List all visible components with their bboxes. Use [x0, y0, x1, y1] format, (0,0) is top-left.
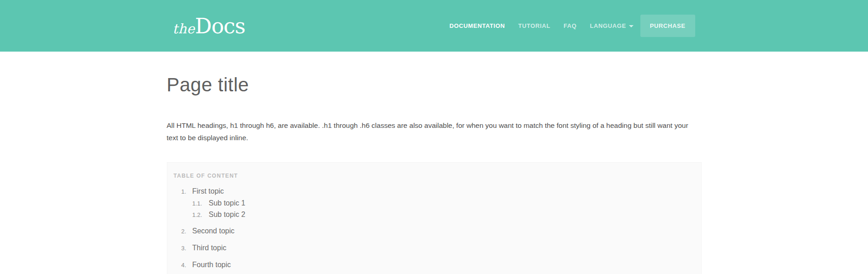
- nav-item-language-label: LANGUAGE: [590, 22, 626, 29]
- toc-item-label: Third topic: [192, 243, 227, 252]
- toc-item-number: 1.: [181, 187, 188, 196]
- toc-item-label: Sub topic 2: [209, 211, 245, 218]
- page-title: Page title: [167, 74, 702, 95]
- toc-list: 1. First topic 1.1. Sub topic 1 1.2. Sub…: [174, 187, 692, 269]
- nav-item-documentation[interactable]: DOCUMENTATION: [449, 22, 505, 29]
- toc-item-number: 2.: [181, 227, 188, 236]
- table-of-content-panel: TABLE OF CONTENT 1. First topic 1.1. Sub…: [167, 162, 702, 274]
- toc-item-second-topic[interactable]: 2. Second topic: [174, 227, 692, 236]
- toc-item-number: 1.1.: [192, 200, 204, 207]
- toc-item-label: Fourth topic: [192, 260, 231, 269]
- toc-item-fourth-topic[interactable]: 4. Fourth topic: [174, 260, 692, 269]
- logo-name: Docs: [195, 16, 245, 37]
- page-content: Page title All HTML headings, h1 through…: [167, 74, 702, 274]
- purchase-button[interactable]: PURCHASE: [640, 15, 695, 37]
- nav-item-faq[interactable]: FAQ: [564, 22, 577, 29]
- toc-item-label: First topic: [192, 187, 224, 195]
- site-header: theDocs DOCUMENTATION TUTORIAL FAQ LANGU…: [0, 0, 868, 52]
- toc-item-first-topic[interactable]: 1. First topic: [174, 187, 692, 196]
- toc-item-number: 3.: [181, 244, 188, 253]
- toc-item-third-topic[interactable]: 3. Third topic: [174, 243, 692, 253]
- logo-prefix: the: [173, 21, 195, 37]
- toc-item-number: 4.: [181, 261, 188, 269]
- toc-item-number: 1.2.: [192, 211, 204, 219]
- nav-item-language-dropdown[interactable]: LANGUAGE: [590, 22, 634, 29]
- toc-item-label: Sub topic 1: [209, 199, 245, 207]
- toc-item-label: Second topic: [192, 227, 235, 235]
- caret-down-icon: [629, 25, 634, 27]
- toc-item-sub-topic-1[interactable]: 1.1. Sub topic 1: [174, 199, 692, 207]
- toc-item-sub-topic-2[interactable]: 1.2. Sub topic 2: [174, 211, 692, 219]
- nav-item-tutorial[interactable]: TUTORIAL: [518, 22, 550, 29]
- intro-paragraph: All HTML headings, h1 through h6, are av…: [167, 119, 702, 144]
- main-nav: DOCUMENTATION TUTORIAL FAQ LANGUAGE PURC…: [436, 15, 695, 37]
- site-logo[interactable]: theDocs: [173, 16, 245, 37]
- toc-label: TABLE OF CONTENT: [174, 173, 692, 179]
